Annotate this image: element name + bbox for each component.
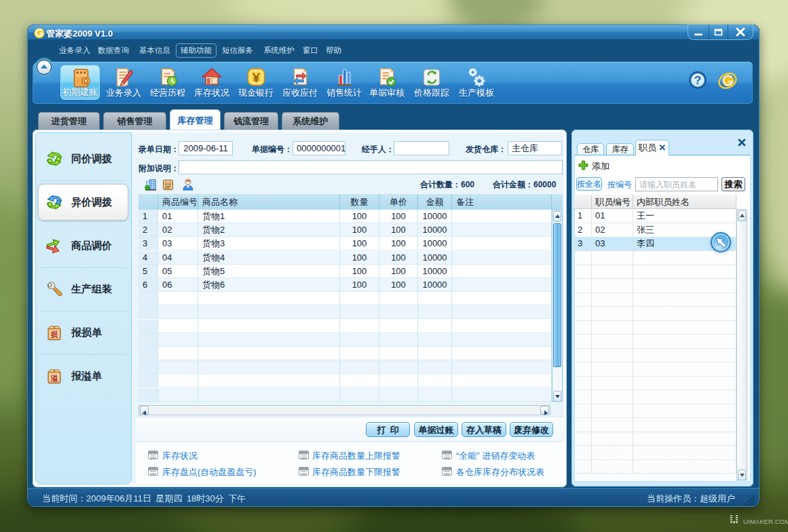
svg-text:溢: 溢 (50, 374, 58, 382)
svg-text:损: 损 (50, 330, 58, 339)
